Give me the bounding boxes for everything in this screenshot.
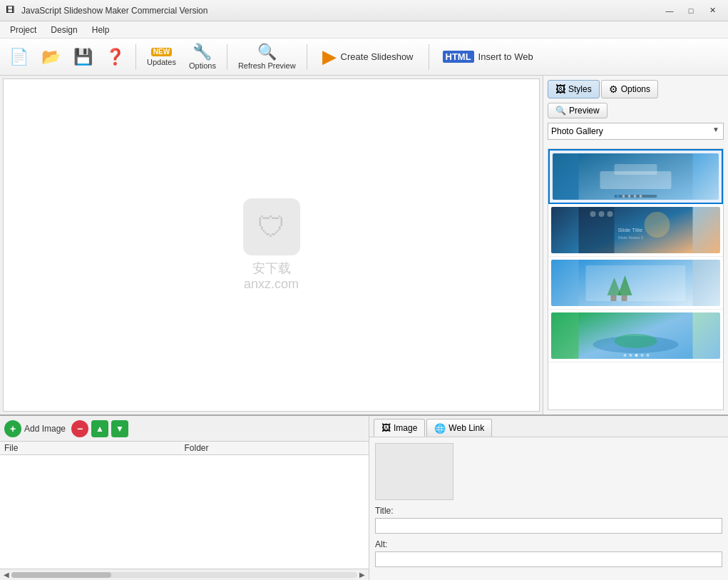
- toolbar-separator-1: [135, 44, 136, 70]
- svg-point-11: [645, 212, 670, 238]
- close-button[interactable]: ✕: [702, 3, 722, 19]
- add-image-label[interactable]: Add Image: [24, 424, 66, 434]
- styles-tab-label: Styles: [568, 84, 592, 94]
- thumb-img-3: [551, 260, 720, 306]
- svg-point-8: [640, 195, 642, 198]
- move-up-button[interactable]: ▲: [91, 420, 108, 437]
- tab-options[interactable]: ⚙ Options: [601, 80, 658, 98]
- image-props-panel: 🖼 Image 🌐 Web Link Title: Alt:: [369, 416, 728, 580]
- preview-label: Preview: [569, 106, 600, 116]
- main-area: 🛡 安下载 anxz.com 🖼 Styles ⚙ Options: [0, 76, 728, 580]
- maximize-button[interactable]: □: [681, 3, 701, 19]
- image-tab-label: Image: [394, 423, 417, 433]
- titlebar: 🎞 JavaScript Slideshow Maker Commercial …: [0, 0, 728, 21]
- scroll-right-arrow[interactable]: ▶: [357, 571, 367, 579]
- title-field-group: Title:: [375, 506, 722, 534]
- image-list-panel: + Add Image − ▲ ▼ File Folder ◀ ▶: [0, 416, 369, 580]
- title-input[interactable]: [375, 518, 722, 534]
- svg-point-27: [630, 354, 632, 357]
- svg-point-30: [647, 354, 650, 357]
- svg-point-5: [622, 195, 625, 198]
- top-section: 🛡 安下载 anxz.com 🖼 Styles ⚙ Options: [0, 76, 728, 416]
- html-icon: HTML: [443, 51, 474, 63]
- updates-label: Updates: [147, 58, 176, 66]
- updates-icon: NEW: [151, 48, 172, 56]
- gallery-dropdown-wrapper: Photo Gallery Style 2 Style 3 Style 4: [548, 123, 724, 144]
- svg-point-6: [628, 195, 631, 198]
- svg-point-25: [615, 334, 657, 348]
- svg-point-26: [624, 354, 627, 357]
- watermark: 🛡 安下载 anxz.com: [243, 198, 300, 292]
- thumb-img-4: [551, 312, 720, 359]
- svg-point-15: [599, 211, 605, 217]
- refresh-preview-button[interactable]: 🔍 Refresh Preview: [233, 41, 301, 73]
- image-preview-box: [375, 443, 453, 500]
- svg-point-7: [634, 195, 637, 198]
- alt-input[interactable]: [375, 551, 722, 567]
- minimize-button[interactable]: —: [660, 3, 680, 19]
- new-button[interactable]: 📄: [4, 41, 34, 73]
- image-list-header: File Folder: [0, 442, 369, 455]
- toolbar-separator-3: [307, 44, 307, 70]
- props-tabs: 🖼 Image 🌐 Web Link: [369, 416, 728, 437]
- tab-weblink[interactable]: 🌐 Web Link: [426, 419, 492, 437]
- image-list-scrollbar[interactable]: ◀ ▶: [0, 569, 369, 580]
- watermark-text-cn: 安下载: [252, 260, 291, 277]
- svg-rect-21: [611, 295, 617, 301]
- thumb-img-2: Slide Title Slide Notes 2: [551, 207, 720, 253]
- style-gallery[interactable]: Slide Title Slide Notes 2: [548, 148, 724, 410]
- remove-image-button[interactable]: −: [71, 420, 88, 437]
- options-button[interactable]: 🔧 Options: [184, 41, 221, 73]
- menu-help[interactable]: Help: [85, 21, 117, 38]
- style-thumb-3[interactable]: [548, 257, 723, 310]
- style-thumb-1[interactable]: [548, 149, 723, 204]
- svg-point-14: [590, 211, 596, 217]
- scroll-track[interactable]: [11, 572, 357, 578]
- preview-area: 🛡 安下载 anxz.com: [3, 78, 540, 412]
- styles-tab-icon: 🖼: [555, 83, 565, 95]
- tab-styles[interactable]: 🖼 Styles: [548, 80, 600, 98]
- svg-point-16: [607, 211, 613, 217]
- col-file-header: File: [4, 443, 185, 453]
- menubar: Project Design Help: [0, 21, 728, 39]
- weblink-tab-icon: 🌐: [434, 423, 446, 434]
- save-button[interactable]: 💾: [68, 41, 98, 73]
- weblink-tab-label: Web Link: [448, 423, 484, 433]
- style-thumb-4[interactable]: [548, 310, 723, 362]
- preview-button[interactable]: 🔍 Preview: [548, 103, 607, 118]
- scroll-left-arrow[interactable]: ◀: [1, 571, 11, 579]
- gallery-dropdown[interactable]: Photo Gallery Style 2 Style 3 Style 4: [548, 123, 724, 140]
- options-label: Options: [189, 61, 216, 70]
- style-thumb-2[interactable]: Slide Title Slide Notes 2: [548, 204, 723, 257]
- save-icon: 💾: [73, 49, 93, 65]
- svg-point-28: [635, 354, 638, 357]
- menu-design[interactable]: Design: [43, 21, 84, 38]
- scroll-thumb[interactable]: [11, 572, 111, 578]
- preview-btn-row: 🔍 Preview: [548, 103, 724, 118]
- thumb-img-1: [553, 153, 719, 200]
- add-image-button[interactable]: +: [4, 420, 21, 437]
- svg-point-4: [617, 195, 620, 198]
- col-folder-header: Folder: [185, 443, 365, 453]
- svg-rect-2: [615, 164, 657, 175]
- svg-rect-18: [586, 265, 686, 301]
- image-list-content[interactable]: [0, 455, 369, 569]
- help-button[interactable]: ❓: [101, 41, 130, 73]
- props-content: Title: Alt:: [369, 437, 728, 580]
- menu-project[interactable]: Project: [3, 21, 43, 38]
- watermark-text-en: anxz.com: [244, 277, 299, 292]
- window-title: JavaScript Slideshow Maker Commercial Ve…: [21, 6, 660, 16]
- tab-image[interactable]: 🖼 Image: [374, 419, 425, 437]
- create-slideshow-button[interactable]: ▶ Create Slideshow: [313, 41, 423, 73]
- options-tab-label: Options: [621, 84, 650, 94]
- updates-button[interactable]: NEW Updates: [142, 41, 181, 73]
- preview-icon: 🔍: [555, 106, 566, 116]
- insert-to-web-button[interactable]: HTML Insert to Web: [435, 41, 541, 73]
- bottom-section: + Add Image − ▲ ▼ File Folder ◀ ▶: [0, 416, 728, 580]
- open-button[interactable]: 📂: [36, 41, 66, 73]
- move-down-button[interactable]: ▼: [111, 420, 128, 437]
- title-label: Title:: [375, 506, 722, 516]
- svg-text:Slide Notes 2: Slide Notes 2: [618, 235, 644, 240]
- alt-label: Alt:: [375, 539, 722, 549]
- refresh-label: Refresh Preview: [238, 61, 296, 70]
